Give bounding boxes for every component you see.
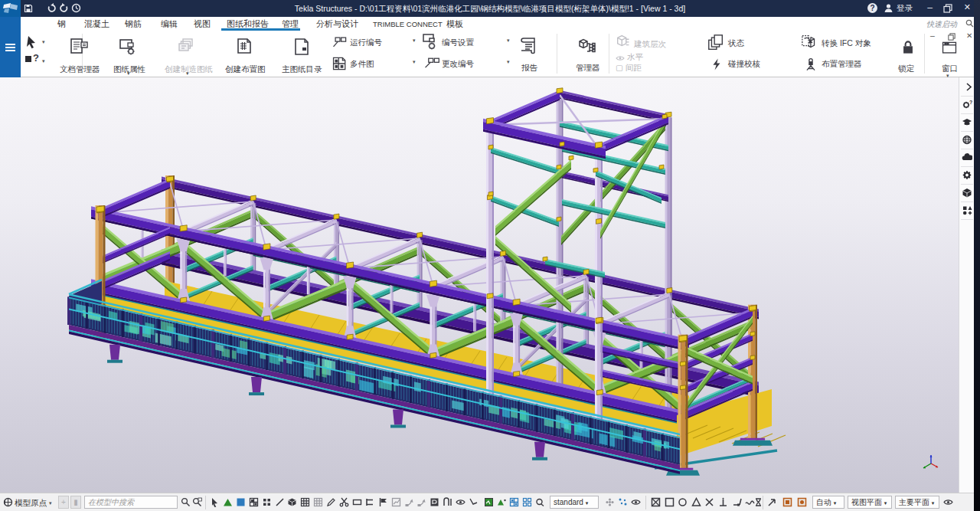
svg-text:?: ? bbox=[969, 100, 972, 105]
